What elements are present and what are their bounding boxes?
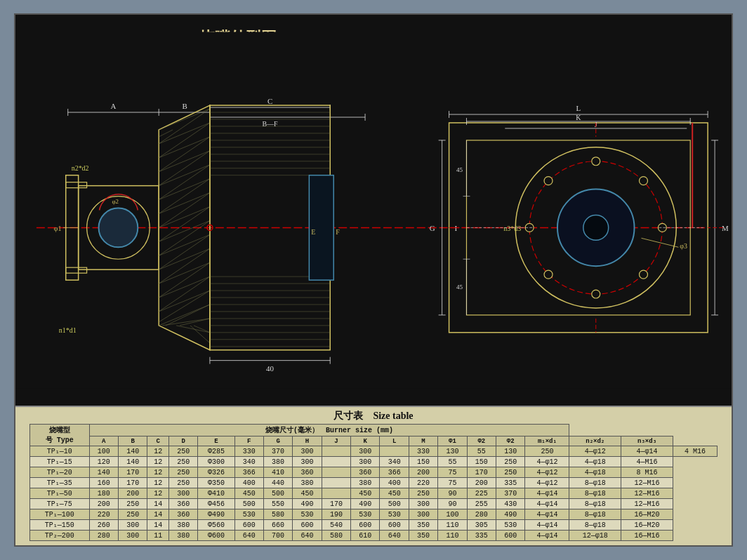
table-row: TP₁—1512014012250Φ3003403803003003401505… (30, 457, 718, 467)
svg-text:φ2: φ2 (112, 198, 119, 205)
svg-text:G: G (430, 224, 435, 232)
table-row: TP₁—5018020012300Φ4104505004504504502509… (30, 488, 718, 499)
col-burner-size: 烧嘴尺寸(毫米） Burner size (mm) (89, 425, 569, 436)
svg-text:B: B (182, 102, 187, 110)
size-table: 烧嘴型号 Type 烧嘴尺寸(毫米） Burner size (mm) A B … (29, 424, 718, 541)
table-row: TP₁—15026030014380Φ560600660600540600600… (30, 520, 718, 531)
svg-text:n2*d2: n2*d2 (72, 164, 89, 172)
svg-text:K: K (576, 114, 581, 121)
table-row: TP₁—10022025014360Φ490530580530190530530… (30, 509, 718, 520)
main-container: TP1烧嘴外型图 Attached drawing of the burner … (14, 13, 733, 547)
col-type: 烧嘴型号 Type (30, 425, 90, 446)
svg-text:C: C (267, 97, 272, 105)
svg-text:I: I (455, 224, 458, 232)
svg-point-100 (592, 157, 600, 166)
svg-text:40: 40 (266, 364, 274, 373)
svg-text:M: M (722, 224, 729, 232)
svg-text:n3*d3: n3*d3 (503, 225, 521, 232)
table-row: TP₁—7520025014360Φ4565005504901704905003… (30, 499, 718, 509)
svg-point-21 (99, 208, 138, 248)
svg-text:φ1: φ1 (54, 225, 62, 232)
svg-point-101 (592, 290, 600, 298)
table-row: TP₁—3516017012250Φ3504004403803804002207… (30, 478, 718, 488)
size-table-area: 尺寸表 Size table 烧嘴型号 Type 烧嘴尺寸(毫米） Burner… (15, 406, 732, 545)
svg-point-99 (583, 215, 609, 240)
drawing-area: TP1烧嘴外型图 Attached drawing of the burner … (15, 15, 732, 406)
svg-point-106 (544, 270, 553, 279)
svg-text:L: L (576, 104, 581, 112)
table-title: 尺寸表 Size table (29, 410, 718, 422)
svg-text:E: E (311, 228, 315, 236)
technical-drawing: A B C B—F (15, 15, 732, 406)
table-row: TP₁—1010014012250Φ2853303703003003301305… (30, 446, 718, 457)
svg-text:45: 45 (456, 284, 463, 291)
svg-text:B—F: B—F (263, 120, 279, 128)
svg-point-105 (640, 177, 648, 185)
table-row: TP₂—20028030011380Φ600640700640580610640… (30, 531, 718, 541)
svg-text:F: F (336, 228, 340, 236)
svg-text:n1*d1: n1*d1 (59, 326, 77, 334)
svg-text:45: 45 (456, 166, 463, 173)
svg-text:A: A (111, 102, 117, 110)
svg-point-107 (640, 270, 648, 279)
svg-text:φ3: φ3 (680, 242, 687, 250)
table-row: TP₁—2014017012250Φ3263664103603603662007… (30, 467, 718, 478)
svg-point-104 (544, 177, 553, 185)
